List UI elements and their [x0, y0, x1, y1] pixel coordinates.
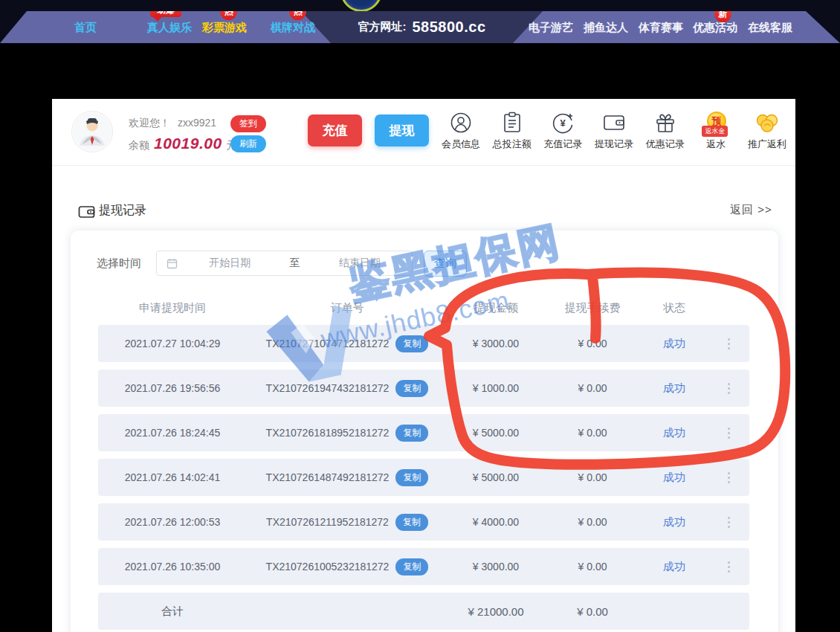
- order-number: TX2107261947432181272: [266, 382, 390, 394]
- order-number: TX2107261211952181272: [266, 516, 389, 528]
- date-range-input[interactable]: 开始日期 至 结束日期: [156, 251, 413, 276]
- nav-corner-right: [806, 11, 840, 43]
- menu-item-recharge-records[interactable]: ¥ 充值记录: [539, 110, 587, 151]
- table-row: 2021.07.26 18:24:45 TX210726181895218127…: [98, 414, 749, 451]
- table-header: 申请提现时间 订单号 提现金额 提现手续费 状态: [98, 294, 749, 322]
- col-header-time: 申请提现时间: [98, 301, 247, 315]
- row-menu-button[interactable]: [708, 428, 749, 439]
- row-fee: ¥ 0.00: [544, 471, 641, 483]
- row-menu-button[interactable]: [708, 517, 749, 528]
- row-order: TX2107261211952181272 复制: [247, 514, 448, 531]
- section-title: 提现记录: [99, 203, 146, 219]
- row-status: 成功: [641, 515, 708, 529]
- row-status: 成功: [641, 426, 708, 440]
- nav-item-egames[interactable]: 电子游艺: [529, 21, 573, 35]
- row-order: TX2107271074712181272 复制: [247, 335, 448, 352]
- table-row: 2021.07.26 14:02:41 TX210726148749218127…: [98, 459, 749, 496]
- official-site-banner: 官方网址: 585800.cc: [301, 11, 543, 43]
- row-fee: ¥ 0.00: [544, 427, 641, 439]
- total-fee: ¥ 0.00: [544, 605, 641, 618]
- recharge-button[interactable]: 充值: [308, 115, 362, 146]
- row-time: 2021.07.26 19:56:56: [98, 382, 247, 394]
- row-order: TX2107261947432181272 复制: [247, 380, 448, 397]
- balance-value: 10019.00: [154, 135, 222, 152]
- nav-item-home[interactable]: 首页: [74, 21, 97, 35]
- signin-button[interactable]: 签到: [230, 115, 266, 132]
- row-amount: ¥ 5000.00: [448, 427, 544, 439]
- main-panel: 欢迎您！ zxx9921 余额 10019.00 元 签到 刷新 充值 提现 会…: [52, 99, 795, 632]
- back-link[interactable]: 返回 >>: [730, 203, 772, 217]
- panel-divider: [52, 165, 795, 166]
- row-menu-button[interactable]: [708, 561, 749, 573]
- balance-label: 余额: [129, 139, 149, 152]
- copy-button[interactable]: 复制: [395, 514, 428, 531]
- withdraw-button[interactable]: 提现: [375, 115, 429, 146]
- total-label: 合计: [98, 604, 247, 619]
- svg-text:¥: ¥: [560, 117, 566, 129]
- row-status: 成功: [641, 471, 708, 485]
- row-time: 2021.07.26 12:00:53: [98, 516, 247, 528]
- nav-corner-left: [0, 11, 27, 43]
- table-body: 2021.07.27 10:04:29 TX210727107471218127…: [98, 325, 749, 630]
- row-amount: ¥ 5000.00: [448, 471, 544, 483]
- menu-item-promo-records[interactable]: 优惠记录: [642, 110, 689, 151]
- nav-item-lottery[interactable]: 彩票游戏: [202, 21, 247, 35]
- menu-item-total-bets[interactable]: 总投注额: [488, 110, 536, 151]
- query-button[interactable]: 查询: [424, 251, 467, 277]
- row-amount: ¥ 3000.00: [448, 561, 544, 573]
- col-header-fee: 提现手续费: [544, 301, 641, 315]
- row-fee: ¥ 0.00: [544, 382, 641, 394]
- copy-button[interactable]: 复制: [395, 469, 428, 486]
- start-date-placeholder[interactable]: 开始日期: [178, 257, 282, 270]
- row-fee: ¥ 0.00: [544, 561, 641, 573]
- table-row: 2021.07.26 12:00:53 TX210726121195218127…: [98, 503, 749, 541]
- avatar-person-icon: [72, 112, 112, 152]
- table-row: 2021.07.26 19:56:56 TX210726194743218127…: [98, 370, 749, 407]
- row-amount: ¥ 4000.00: [448, 516, 544, 528]
- gold-coin-icon: 预 返水金: [692, 110, 740, 135]
- order-number: TX2107261818952181272: [266, 427, 390, 439]
- row-status: 成功: [641, 381, 708, 396]
- official-site-url: 585800.cc: [412, 19, 485, 36]
- row-menu-button[interactable]: [708, 383, 749, 394]
- section-wallet-icon: [78, 204, 95, 222]
- main-navbar: 官方网址: 585800.cc 首页 真人娱乐 彩票游戏 棋牌对战 电子游艺 捕…: [0, 11, 840, 43]
- site-logo-emblem: [340, 0, 382, 11]
- row-time: 2021.07.26 18:24:45: [98, 427, 247, 439]
- avatar[interactable]: [71, 111, 113, 152]
- row-time: 2021.07.26 14:02:41: [98, 471, 247, 483]
- copy-button[interactable]: 复制: [395, 335, 428, 352]
- col-header-amount: 提现金额: [448, 301, 544, 315]
- menu-item-referral[interactable]: 推广返利: [743, 110, 791, 151]
- row-menu-button[interactable]: [708, 338, 749, 349]
- menu-item-rebate[interactable]: 预 返水金 返水: [692, 110, 740, 151]
- nav-item-live-casino[interactable]: 真人娱乐: [147, 21, 192, 35]
- order-number: TX2107271074712181272: [266, 338, 390, 349]
- row-status: 成功: [641, 560, 708, 574]
- menu-item-withdraw-records[interactable]: 提现记录: [590, 110, 638, 151]
- row-fee: ¥ 0.00: [544, 516, 641, 528]
- nav-item-sports[interactable]: 体育赛事: [639, 21, 683, 35]
- yuan-circle-icon: ¥: [539, 110, 587, 135]
- calendar-icon: [167, 258, 178, 269]
- row-menu-button[interactable]: [708, 472, 749, 483]
- row-order: TX2107261005232181272 复制: [247, 558, 448, 575]
- welcome-text: 欢迎您！ zxx9921: [129, 117, 216, 130]
- copy-button[interactable]: 复制: [395, 558, 428, 575]
- end-date-placeholder[interactable]: 结束日期: [308, 257, 413, 270]
- order-number: TX2107261005232181272: [266, 561, 390, 573]
- wallet-icon: [590, 110, 638, 135]
- coins-icon: [743, 110, 791, 135]
- welcome-label: 欢迎您！: [129, 117, 170, 129]
- clipboard-icon: [488, 110, 536, 135]
- nav-item-board-games[interactable]: 棋牌对战: [271, 21, 315, 35]
- refresh-button[interactable]: 刷新: [230, 135, 266, 152]
- balance-row: 余额 10019.00 元: [129, 135, 237, 152]
- nav-item-fishing[interactable]: 捕鱼达人: [584, 21, 628, 35]
- nav-item-promotions[interactable]: 优惠活动: [693, 21, 737, 35]
- menu-item-member-info[interactable]: 会员信息: [437, 110, 485, 151]
- copy-button[interactable]: 复制: [395, 380, 428, 397]
- nav-item-customer-service[interactable]: 在线客服: [748, 21, 792, 35]
- row-amount: ¥ 1000.00: [448, 382, 544, 394]
- copy-button[interactable]: 复制: [395, 425, 428, 442]
